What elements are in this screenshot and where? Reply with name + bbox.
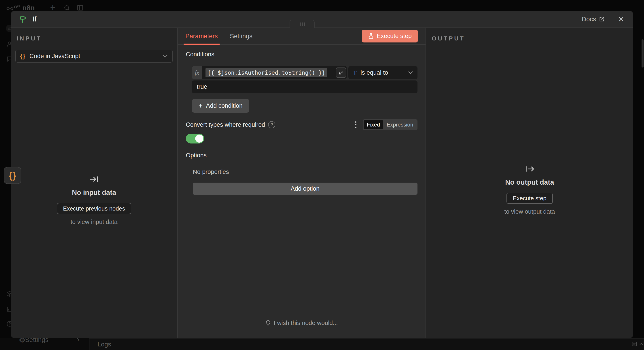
output-empty-state: No output data Execute step to view outp…: [426, 42, 633, 338]
kebab-menu-icon[interactable]: [354, 120, 357, 129]
node-feedback-label: I wish this node would...: [274, 320, 338, 327]
open-expression-editor-button[interactable]: [336, 67, 346, 78]
output-panel: OUTPUT No output data Execute step to vi…: [426, 28, 633, 338]
lightbulb-icon: [266, 320, 271, 327]
log-view-icon[interactable]: [632, 341, 637, 347]
docs-link[interactable]: Docs: [582, 16, 605, 23]
condition-operator-select[interactable]: T is equal to: [348, 66, 418, 79]
panel-drag-handle[interactable]: [290, 20, 314, 28]
expression-value[interactable]: {{ $json.isAuthorised.toString() }}: [206, 68, 327, 77]
input-panel: INPUT {} Code in JavaScript No input dat…: [11, 28, 178, 338]
chevron-down-icon: [408, 71, 413, 74]
close-icon[interactable]: ×: [617, 14, 625, 24]
operator-type-icon: T: [353, 69, 357, 76]
output-execute-step-button[interactable]: Execute step: [506, 193, 552, 204]
add-condition-label: Add condition: [206, 102, 242, 109]
search-icon[interactable]: [64, 5, 70, 11]
parameter-actions: Fixed Expression: [354, 119, 418, 130]
fixed-expression-toggle: Fixed Expression: [363, 119, 418, 130]
tab-settings[interactable]: Settings: [230, 28, 252, 44]
app-root: n8n + ⚙ Settings › Logs: [0, 0, 644, 350]
logs-panel[interactable]: Logs: [89, 338, 644, 350]
fx-badge: fx: [192, 66, 202, 79]
mode-expression[interactable]: Expression: [383, 120, 416, 129]
input-source-value: Code in JavaScript: [30, 53, 162, 60]
condition-left-expression-input[interactable]: fx {{ $json.isAuthorised.toString() }}: [192, 66, 347, 79]
help-tooltip-icon[interactable]: ?: [268, 121, 275, 128]
convert-types-label: Convert types where required: [186, 121, 265, 128]
header-divider: [611, 15, 611, 23]
parameters-panel: Parameters Settings Execute step Conditi…: [178, 28, 426, 338]
expand-expression-icon: [338, 70, 344, 75]
layout-panel-icon[interactable]: [77, 5, 83, 11]
add-option-button[interactable]: Add option: [193, 183, 418, 195]
external-link-icon: [598, 16, 605, 22]
dialog-header: If Docs ×: [11, 11, 633, 28]
chevron-down-icon: [162, 54, 168, 58]
input-heading: INPUT: [16, 35, 177, 42]
convert-types-row: Convert types where required ? Fixed Exp…: [186, 119, 418, 130]
n8n-logo-icon: [6, 5, 20, 11]
node-details-dialog: If Docs × INPUT {} Code in JavaScript: [11, 11, 633, 338]
add-condition-button[interactable]: + Add condition: [192, 99, 249, 113]
node-title: If: [33, 15, 36, 23]
flask-icon: [368, 33, 374, 39]
if-node-icon: [19, 15, 28, 23]
output-empty-title: No output data: [505, 178, 554, 186]
node-feedback-link[interactable]: I wish this node would...: [266, 320, 338, 327]
output-heading: OUTPUT: [432, 35, 633, 42]
execute-step-label: Execute step: [377, 33, 412, 39]
code-braces-icon: {}: [9, 170, 16, 181]
docs-label: Docs: [582, 16, 596, 23]
code-node-bubble[interactable]: {}: [4, 167, 21, 184]
bar-to-arrow-icon: [525, 165, 535, 173]
arrow-to-bar-icon: [89, 175, 99, 183]
execute-previous-nodes-button[interactable]: Execute previous nodes: [57, 203, 132, 214]
condition-right-value-input[interactable]: [192, 80, 418, 93]
chevron-up-icon[interactable]: [639, 342, 644, 347]
input-empty-hint: to view input data: [70, 219, 118, 226]
output-empty-hint: to view output data: [504, 208, 555, 215]
panel-container: INPUT {} Code in JavaScript No input dat…: [11, 28, 633, 338]
condition-row-group: fx {{ $json.isAuthorised.toString() }} T: [192, 66, 418, 93]
convert-types-switch[interactable]: [186, 134, 204, 143]
execute-step-button[interactable]: Execute step: [362, 30, 418, 42]
input-empty-state: No input data Execute previous nodes to …: [11, 62, 177, 338]
logs-label[interactable]: Logs: [98, 341, 111, 348]
plus-icon: +: [198, 102, 202, 110]
scrollbar[interactable]: [642, 39, 644, 67]
options-heading: Options: [186, 152, 418, 162]
tab-parameters[interactable]: Parameters: [185, 28, 218, 44]
parameters-content: Conditions fx {{ $json.isAuthorised.toSt…: [178, 45, 426, 338]
operator-value: is equal to: [360, 69, 404, 76]
options-empty-text: No properties: [193, 169, 418, 175]
mode-fixed[interactable]: Fixed: [364, 120, 384, 129]
code-node-icon: {}: [20, 52, 26, 60]
input-empty-title: No input data: [72, 189, 116, 197]
header-actions: Docs ×: [582, 14, 625, 24]
input-source-select[interactable]: {} Code in JavaScript: [15, 50, 173, 62]
tab-bar: Parameters Settings Execute step: [178, 28, 426, 45]
conditions-heading: Conditions: [186, 51, 418, 61]
condition-row: fx {{ $json.isAuthorised.toString() }} T: [192, 66, 418, 79]
